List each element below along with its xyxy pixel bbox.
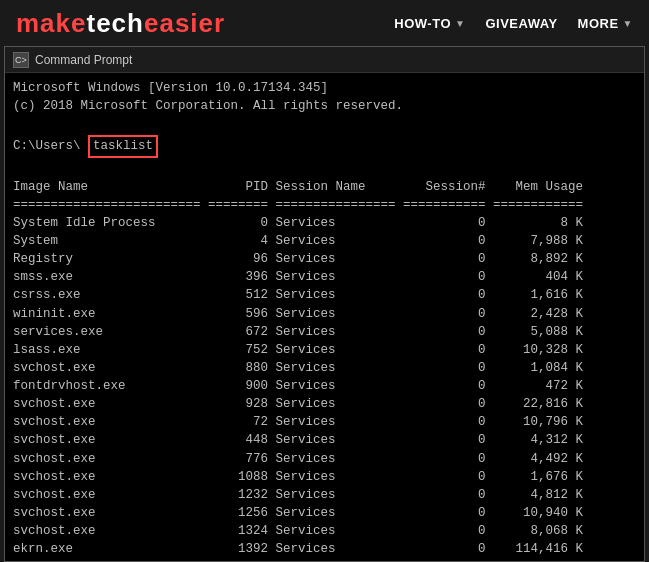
table-row: svchost.exe 776 Services 0 4,492 K (13, 450, 636, 468)
cmd-titlebar: C> Command Prompt (5, 47, 644, 73)
table-row: svchost.exe 1232 Services 0 4,812 K (13, 486, 636, 504)
terminal-header: Image Name PID Session Name Session# Mem… (13, 178, 636, 196)
logo-tech: tech (87, 8, 144, 38)
nav-how-to-label: HOW-TO (394, 16, 451, 31)
table-row: csrss.exe 512 Services 0 1,616 K (13, 286, 636, 304)
nav-links: HOW-TO ▼ GIVEAWAY MORE ▼ (394, 16, 633, 31)
table-row: ekrn.exe 1392 Services 0 114,416 K (13, 540, 636, 558)
table-row: fontdrvhost.exe 900 Services 0 472 K (13, 377, 636, 395)
table-row: svchost.exe 880 Services 0 1,084 K (13, 359, 636, 377)
terminal-command: tasklist (88, 135, 158, 157)
terminal-input-line: C:\Users\ tasklist (13, 135, 636, 157)
table-row: smss.exe 396 Services 0 404 K (13, 268, 636, 286)
nav-how-to-arrow: ▼ (455, 18, 465, 29)
cmd-window-icon: C> (13, 52, 29, 68)
cmd-title-text: Command Prompt (35, 53, 132, 67)
site-logo[interactable]: maketecheasier (16, 8, 225, 39)
terminal-body: Microsoft Windows [Version 10.0.17134.34… (5, 73, 644, 561)
table-row: Registry 96 Services 0 8,892 K (13, 250, 636, 268)
logo-make: make (16, 8, 87, 38)
table-row: System 4 Services 0 7,988 K (13, 232, 636, 250)
navbar: maketecheasier HOW-TO ▼ GIVEAWAY MORE ▼ (0, 0, 649, 46)
table-row: svchost.exe 1324 Services 0 8,068 K (13, 522, 636, 540)
table-row: svchost.exe 1256 Services 0 10,940 K (13, 504, 636, 522)
nav-giveaway-label: GIVEAWAY (485, 16, 557, 31)
terminal-prompt: C:\Users\ (13, 137, 88, 155)
terminal-line-2: (c) 2018 Microsoft Corporation. All righ… (13, 97, 636, 115)
terminal-separator: ========================= ======== =====… (13, 196, 636, 214)
terminal-rows: System Idle Process 0 Services 0 8 KSyst… (13, 214, 636, 561)
table-row: svchost.exe 1440 Services 0 3,136 K (13, 558, 636, 561)
logo-easier: easier (144, 8, 225, 38)
terminal-line-1: Microsoft Windows [Version 10.0.17134.34… (13, 79, 636, 97)
nav-giveaway[interactable]: GIVEAWAY (485, 16, 557, 31)
cmd-window: C> Command Prompt Microsoft Windows [Ver… (4, 46, 645, 562)
nav-more-label: MORE (578, 16, 619, 31)
nav-more[interactable]: MORE ▼ (578, 16, 633, 31)
table-row: services.exe 672 Services 0 5,088 K (13, 323, 636, 341)
table-row: svchost.exe 928 Services 0 22,816 K (13, 395, 636, 413)
terminal-blank (13, 160, 636, 178)
table-row: svchost.exe 1088 Services 0 1,676 K (13, 468, 636, 486)
table-row: svchost.exe 448 Services 0 4,312 K (13, 431, 636, 449)
table-row: svchost.exe 72 Services 0 10,796 K (13, 413, 636, 431)
table-row: wininit.exe 596 Services 0 2,428 K (13, 305, 636, 323)
terminal-line-3 (13, 115, 636, 133)
nav-more-arrow: ▼ (623, 18, 633, 29)
table-row: System Idle Process 0 Services 0 8 K (13, 214, 636, 232)
table-row: lsass.exe 752 Services 0 10,328 K (13, 341, 636, 359)
nav-how-to[interactable]: HOW-TO ▼ (394, 16, 465, 31)
